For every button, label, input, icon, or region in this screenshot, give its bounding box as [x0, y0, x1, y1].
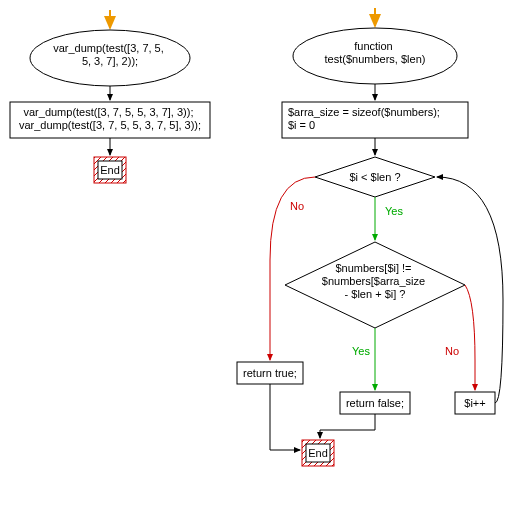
- no-label-2: No: [445, 345, 459, 357]
- return-false-text: return false;: [346, 397, 404, 409]
- right-flowchart: function test($numbers, $len) $arra_size…: [237, 8, 503, 466]
- left-flowchart: var_dump(test([3, 7, 5, 5, 3, 7], 2)); v…: [10, 10, 210, 183]
- end-text-left: End: [100, 164, 120, 176]
- return-true-text: return true;: [243, 367, 297, 379]
- end-text-right: End: [308, 447, 328, 459]
- incr-text: $i++: [464, 397, 485, 409]
- calls-text: var_dump(test([3, 7, 5, 5, 3, 7], 3)); v…: [19, 106, 201, 131]
- yes-label-2: Yes: [352, 345, 370, 357]
- no-label-1: No: [290, 200, 304, 212]
- yes-label-1: Yes: [385, 205, 403, 217]
- cond1-text: $i < $len ?: [349, 171, 400, 183]
